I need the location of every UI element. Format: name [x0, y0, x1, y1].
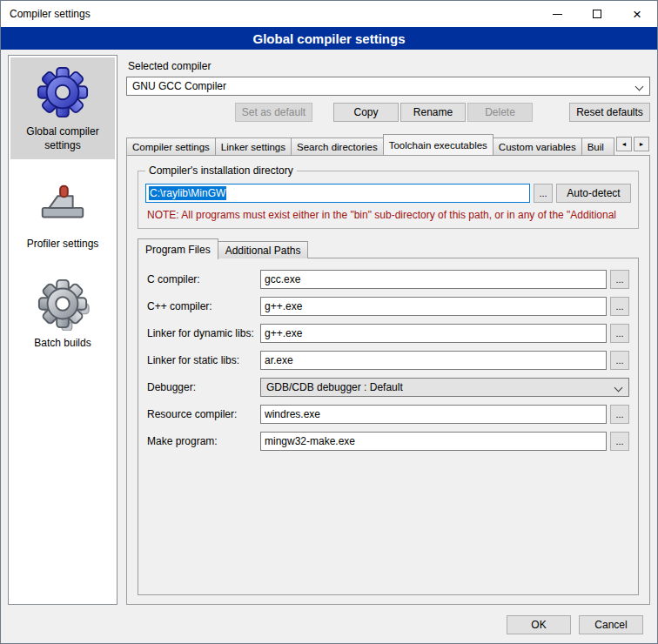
maximize-button[interactable]	[577, 1, 617, 27]
tab-scroll-left-button[interactable]: ◄	[616, 137, 632, 151]
cpp-compiler-label: C++ compiler:	[147, 300, 260, 312]
rename-button[interactable]: Rename	[400, 103, 466, 122]
ok-button[interactable]: OK	[507, 615, 571, 634]
reset-defaults-button[interactable]: Reset defaults	[569, 103, 650, 122]
tab-custom-variables[interactable]: Custom variables	[493, 138, 582, 155]
close-icon: ×	[633, 7, 641, 22]
linker-static-input[interactable]	[260, 351, 607, 370]
sidebar-item-label: Global compiler settings	[12, 125, 113, 152]
blue-gear-icon	[36, 65, 90, 119]
settings-category-list: Global compiler settings Profiler settin…	[8, 55, 118, 605]
resource-compiler-browse-button[interactable]: ...	[610, 405, 629, 424]
selected-compiler-label: Selected compiler	[128, 60, 650, 72]
debugger-select[interactable]: GDB/CDB debugger : Default	[260, 378, 629, 397]
dialog-header: Global compiler settings	[1, 27, 657, 50]
form-row-linker-dynamic: Linker for dynamic libs: ...	[147, 324, 629, 343]
minimize-button[interactable]	[537, 1, 577, 27]
form-row-debugger: Debugger: GDB/CDB debugger : Default	[147, 378, 629, 397]
tab-search-directories[interactable]: Search directories	[291, 138, 384, 155]
installation-directory-group: Compiler's installation directory C:\ray…	[138, 164, 639, 229]
resource-compiler-label: Resource compiler:	[147, 408, 260, 420]
dialog-footer: OK Cancel	[1, 607, 657, 643]
selected-compiler-dropdown[interactable]: GNU GCC Compiler	[126, 77, 650, 96]
program-files-panel: C compiler: ... C++ compiler: ... Linker…	[138, 258, 639, 595]
sidebar-item-label: Profiler settings	[27, 238, 99, 252]
compiler-buttons-row: Set as default Copy Rename Delete Reset …	[126, 103, 650, 122]
auto-detect-button[interactable]: Auto-detect	[556, 184, 631, 203]
maximize-icon	[593, 10, 601, 18]
form-row-linker-static: Linker for static libs: ...	[147, 351, 629, 370]
chevron-down-icon	[614, 384, 623, 392]
set-as-default-button[interactable]: Set as default	[235, 103, 312, 122]
profiler-tool-icon	[36, 178, 90, 231]
right-arrow-icon: ►	[639, 141, 645, 147]
sidebar-item-batch-builds[interactable]: Batch builds	[10, 269, 115, 358]
close-button[interactable]: ×	[617, 1, 657, 27]
window-controls: ×	[537, 1, 657, 27]
form-row-cpp-compiler: C++ compiler: ...	[147, 297, 629, 316]
copy-button[interactable]: Copy	[333, 103, 399, 122]
titlebar[interactable]: Compiler settings ×	[1, 1, 657, 27]
form-row-c-compiler: C compiler: ...	[147, 270, 629, 289]
debugger-label: Debugger:	[147, 381, 260, 393]
installation-directory-browse-button[interactable]: ...	[534, 184, 553, 203]
compiler-settings-window: Compiler settings × Global compiler sett…	[0, 0, 658, 644]
make-program-input[interactable]	[260, 432, 607, 451]
toolchain-executables-panel: Compiler's installation directory C:\ray…	[126, 155, 650, 605]
tab-scroll-right-button[interactable]: ►	[634, 137, 649, 151]
make-program-browse-button[interactable]: ...	[610, 432, 629, 451]
main-content: Selected compiler GNU GCC Compiler Set a…	[126, 55, 650, 605]
tab-build-options-clipped[interactable]: Buil	[581, 138, 614, 155]
c-compiler-label: C compiler:	[147, 273, 260, 285]
linker-dynamic-input[interactable]	[260, 324, 607, 343]
sidebar-item-global-compiler-settings[interactable]: Global compiler settings	[10, 57, 115, 159]
resource-compiler-input[interactable]	[260, 405, 607, 424]
minimize-icon	[553, 14, 562, 15]
form-row-resource-compiler: Resource compiler: ...	[147, 405, 629, 424]
delete-button[interactable]: Delete	[467, 103, 533, 122]
linker-dynamic-browse-button[interactable]: ...	[610, 324, 629, 343]
form-row-make-program: Make program: ...	[147, 432, 629, 451]
left-arrow-icon: ◄	[621, 141, 628, 147]
tab-linker-settings[interactable]: Linker settings	[215, 138, 292, 155]
make-program-label: Make program:	[147, 435, 260, 447]
tab-toolchain-executables[interactable]: Toolchain executables	[383, 134, 494, 155]
linker-static-label: Linker for static libs:	[147, 354, 260, 366]
subtab-additional-paths[interactable]: Additional Paths	[218, 241, 309, 258]
tab-compiler-settings[interactable]: Compiler settings	[126, 138, 216, 155]
installation-directory-group-title: Compiler's installation directory	[145, 164, 297, 177]
selected-compiler-value: GNU GCC Compiler	[132, 80, 226, 92]
sidebar-item-profiler-settings[interactable]: Profiler settings	[10, 170, 115, 258]
debugger-value: GDB/CDB debugger : Default	[266, 381, 403, 393]
chevron-down-icon	[635, 83, 644, 91]
linker-dynamic-label: Linker for dynamic libs:	[147, 327, 260, 339]
cancel-button[interactable]: Cancel	[579, 615, 643, 634]
installation-directory-input[interactable]: C:\raylib\MinGW	[145, 184, 530, 203]
settings-tabstrip: Compiler settings Linker settings Search…	[126, 133, 650, 155]
c-compiler-browse-button[interactable]: ...	[610, 270, 629, 289]
tab-scroll-buttons: ◄ ►	[616, 137, 649, 151]
c-compiler-input[interactable]	[260, 270, 607, 289]
sidebar-item-label: Batch builds	[34, 337, 91, 351]
cpp-compiler-browse-button[interactable]: ...	[610, 297, 629, 316]
gray-gear-icon	[36, 277, 90, 331]
dialog-body: Global compiler settings Profiler settin…	[1, 50, 657, 607]
installation-directory-value: C:\raylib\MinGW	[149, 186, 226, 200]
linker-static-browse-button[interactable]: ...	[610, 351, 629, 370]
window-title: Compiler settings	[1, 8, 91, 20]
subtab-program-files[interactable]: Program Files	[138, 238, 218, 259]
cpp-compiler-input[interactable]	[260, 297, 607, 316]
program-files-tabstrip: Program Files Additional Paths	[138, 238, 639, 258]
bin-subdirectory-note: NOTE: All programs must exist either in …	[147, 209, 631, 221]
installation-directory-row: C:\raylib\MinGW ... Auto-detect	[145, 184, 631, 203]
